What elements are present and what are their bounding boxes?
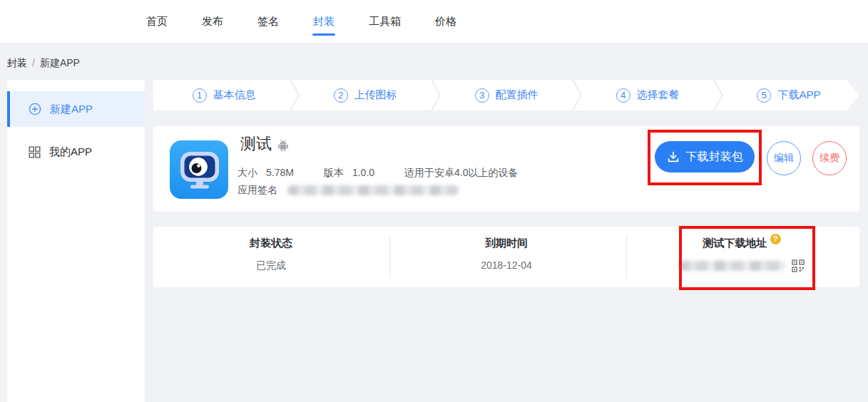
android-icon <box>277 139 289 152</box>
status-col-expiry: 到期时间 2018-12-04 <box>389 227 624 287</box>
status-value: 2018-12-04 <box>389 259 624 271</box>
breadcrumb: 封装/新建APP <box>7 57 80 70</box>
step-label: 上传图标 <box>354 88 397 102</box>
download-icon <box>667 150 680 163</box>
breadcrumb-current: 新建APP <box>40 57 80 68</box>
step-number: 5 <box>757 88 771 103</box>
app-title: 测试 <box>240 133 272 155</box>
version-label: 版本 <box>324 167 344 178</box>
sidebar-item-new-app[interactable]: 新建APP <box>7 91 145 127</box>
sidebar-item-label: 新建APP <box>50 103 93 116</box>
step-upload-icon: 2 上传图标 <box>295 80 436 110</box>
steps-bar: 1 基本信息 2 上传图标 3 配置插件 4 选择套餐 5 下载APP <box>153 80 859 110</box>
nav-item-package[interactable]: 封装 <box>313 0 335 43</box>
top-header: 首页 发布 签名 封装 工具箱 价格 <box>0 0 868 43</box>
sidebar: 新建APP 我的APP <box>7 80 145 402</box>
step-number: 1 <box>193 88 207 103</box>
download-url-redacted-blur[interactable] <box>679 261 786 271</box>
nav-item-publish[interactable]: 发布 <box>202 0 223 43</box>
step-label: 配置插件 <box>496 88 538 102</box>
nav-item-home[interactable]: 首页 <box>146 0 168 43</box>
app-meta: 大小5.78M版本1.0.0适用于安卓4.0以上的设备 <box>238 167 519 180</box>
step-label: 基本信息 <box>213 88 256 102</box>
sidebar-item-my-app[interactable]: 我的APP <box>7 134 145 170</box>
qr-code-icon[interactable] <box>792 259 805 272</box>
step-basic-info: 1 基本信息 <box>153 80 295 110</box>
step-label: 选择套餐 <box>637 88 680 102</box>
step-label: 下载APP <box>777 88 820 102</box>
breadcrumb-root[interactable]: 封装 <box>7 57 27 68</box>
app-icon <box>170 140 228 199</box>
status-value: 已完成 <box>153 259 389 272</box>
download-button-label: 下载封装包 <box>686 150 743 165</box>
status-panel: 封装状态 已完成 到期时间 2018-12-04 测试下载地址 ? <box>153 227 859 287</box>
status-label: 到期时间 <box>389 237 624 250</box>
step-number: 4 <box>616 88 630 103</box>
nav-item-toolbox[interactable]: 工具箱 <box>369 0 401 43</box>
chevron-right-icon <box>572 80 582 110</box>
step-number: 2 <box>334 88 348 103</box>
step-download-app: 5 下载APP <box>718 80 859 110</box>
version-value: 1.0.0 <box>352 167 374 178</box>
step-number: 3 <box>475 88 489 103</box>
renew-button[interactable]: 续费 <box>812 141 847 175</box>
chevron-right-icon <box>290 80 300 110</box>
status-label: 封装状态 <box>153 237 389 250</box>
chevron-right-icon <box>713 80 723 110</box>
signature-row: 应用签名 <box>238 184 459 197</box>
status-col-test-url: 测试下载地址 ? <box>624 227 859 287</box>
breadcrumb-separator: / <box>32 57 35 68</box>
help-icon[interactable]: ? <box>770 234 781 244</box>
plus-circle-icon <box>29 103 41 115</box>
nav-item-price[interactable]: 价格 <box>435 0 456 43</box>
edit-button[interactable]: 编辑 <box>767 141 801 175</box>
size-value: 5.78M <box>266 167 294 178</box>
column-divider <box>389 236 390 278</box>
download-package-button[interactable]: 下载封装包 <box>655 141 755 172</box>
app-card: 测试 大小5.78M版本1.0.0适用于安卓4.0以上的设备 应用签名 <box>153 126 859 212</box>
chevron-right-icon <box>431 80 441 110</box>
signature-label: 应用签名 <box>238 184 277 197</box>
size-label: 大小 <box>238 167 257 178</box>
column-divider <box>626 236 627 278</box>
compat-text: 适用于安卓4.0以上的设备 <box>404 167 518 178</box>
nav-item-sign[interactable]: 签名 <box>257 0 279 43</box>
grid-icon <box>29 146 41 158</box>
step-configure-plugins: 3 配置插件 <box>436 80 577 110</box>
main-nav: 首页 发布 签名 封装 工具箱 价格 <box>0 0 868 43</box>
sidebar-item-label: 我的APP <box>49 145 92 159</box>
signature-redacted-blur <box>287 185 459 195</box>
step-choose-plan: 4 选择套餐 <box>577 80 718 110</box>
status-label: 测试下载地址 <box>703 237 767 250</box>
status-col-package-state: 封装状态 已完成 <box>153 227 389 287</box>
